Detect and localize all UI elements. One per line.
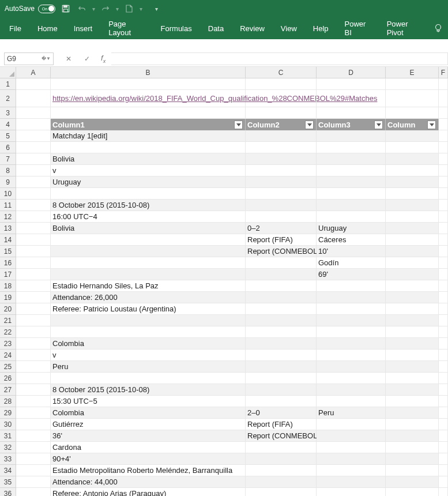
cell[interactable] <box>386 488 439 496</box>
cell[interactable] <box>439 78 448 90</box>
cell[interactable] <box>317 130 386 142</box>
cell[interactable] <box>51 257 246 269</box>
cell[interactable] <box>16 78 51 90</box>
cell[interactable] <box>51 78 246 90</box>
cell[interactable] <box>386 292 439 303</box>
row-header[interactable]: 9 <box>0 176 16 188</box>
row-header[interactable]: 31 <box>0 430 16 442</box>
cell[interactable] <box>439 488 448 496</box>
cell[interactable] <box>16 373 51 384</box>
cell[interactable] <box>246 280 317 292</box>
row-header[interactable]: 35 <box>0 476 16 488</box>
col-header-B[interactable]: B <box>51 67 246 78</box>
formula-input[interactable] <box>111 52 448 65</box>
cell[interactable] <box>439 326 448 338</box>
cell[interactable] <box>317 442 386 453</box>
tab-formulas[interactable]: Formulas <box>153 20 200 37</box>
row-header[interactable]: 23 <box>0 338 16 350</box>
cell[interactable]: Bolivia <box>51 223 246 234</box>
cell[interactable] <box>16 223 51 234</box>
row-header[interactable]: 7 <box>0 153 16 165</box>
cell[interactable]: Peru <box>51 361 246 373</box>
row-header[interactable]: 5 <box>0 130 16 142</box>
cell[interactable] <box>51 269 246 280</box>
cell[interactable] <box>317 350 386 361</box>
cell[interactable] <box>386 223 439 234</box>
cell[interactable] <box>317 153 386 165</box>
row-header[interactable]: 1 <box>0 78 16 90</box>
redo-icon[interactable] <box>100 3 111 14</box>
row-header[interactable]: 32 <box>0 442 16 453</box>
cell[interactable] <box>439 200 448 211</box>
cell[interactable] <box>16 211 51 223</box>
cell[interactable] <box>317 373 386 384</box>
tab-help[interactable]: Help <box>305 20 337 37</box>
cell[interactable]: Uruguay <box>51 176 246 188</box>
cell[interactable] <box>317 419 386 430</box>
cell[interactable] <box>16 476 51 488</box>
row-header[interactable]: 22 <box>0 326 16 338</box>
cell[interactable]: https://en.wikipedia.org/wiki/2018_FIFA_… <box>51 90 246 107</box>
name-box[interactable]: G9�▼ <box>4 52 54 65</box>
cell[interactable]: 10' <box>317 246 386 257</box>
tab-view[interactable]: View <box>273 20 305 37</box>
cell[interactable] <box>246 465 317 476</box>
cell[interactable] <box>439 338 448 350</box>
cell[interactable] <box>317 338 386 350</box>
row-header[interactable]: 8 <box>0 165 16 176</box>
table-header[interactable]: Column3 <box>317 119 386 130</box>
cell[interactable] <box>439 153 448 165</box>
cell[interactable] <box>439 465 448 476</box>
cell[interactable] <box>386 257 439 269</box>
cell[interactable] <box>439 107 448 119</box>
cell[interactable] <box>246 176 317 188</box>
row-header[interactable]: 14 <box>0 234 16 246</box>
cell[interactable]: Attendance: 44,000 <box>51 476 246 488</box>
cell[interactable] <box>386 465 439 476</box>
cell[interactable] <box>16 407 51 419</box>
cell[interactable]: v <box>51 165 246 176</box>
cell[interactable] <box>386 303 439 315</box>
col-header-A[interactable]: A <box>16 67 51 78</box>
cell[interactable] <box>246 488 317 496</box>
cell[interactable] <box>16 361 51 373</box>
row-header[interactable]: 20 <box>0 303 16 315</box>
cell[interactable] <box>439 234 448 246</box>
cell[interactable] <box>51 142 246 153</box>
cell[interactable] <box>16 315 51 326</box>
cell[interactable] <box>439 269 448 280</box>
row-header[interactable]: 17 <box>0 269 16 280</box>
cell[interactable]: Report (FIFA) <box>246 419 317 430</box>
fx-icon[interactable]: fx <box>101 54 106 64</box>
cell[interactable]: Report (FIFA) <box>246 234 317 246</box>
cell[interactable] <box>246 303 317 315</box>
save-icon[interactable] <box>60 3 71 14</box>
row-header[interactable]: 27 <box>0 384 16 396</box>
cell[interactable] <box>439 246 448 257</box>
cell[interactable]: Cáceres <box>317 234 386 246</box>
cell[interactable] <box>16 119 51 130</box>
cell[interactable] <box>386 338 439 350</box>
cell[interactable] <box>16 350 51 361</box>
cell[interactable] <box>439 361 448 373</box>
cell[interactable] <box>16 130 51 142</box>
col-header-F[interactable]: F <box>439 67 448 78</box>
cell[interactable] <box>317 476 386 488</box>
cell[interactable] <box>16 257 51 269</box>
cell[interactable] <box>439 419 448 430</box>
row-header[interactable]: 24 <box>0 350 16 361</box>
tab-data[interactable]: Data <box>200 20 232 37</box>
undo-dropdown-icon[interactable]: ▾ <box>92 6 95 12</box>
row-header[interactable]: 11 <box>0 200 16 211</box>
cell[interactable] <box>317 326 386 338</box>
filter-dropdown-icon[interactable] <box>427 121 436 129</box>
cell[interactable] <box>386 419 439 430</box>
cell[interactable] <box>439 453 448 465</box>
cell[interactable]: Estadio Hernando Siles, La Paz <box>51 280 246 292</box>
cell[interactable] <box>439 350 448 361</box>
cell[interactable] <box>317 176 386 188</box>
cell[interactable] <box>246 350 317 361</box>
cell[interactable] <box>246 165 317 176</box>
cell[interactable] <box>386 176 439 188</box>
cell[interactable]: Estadio Metropolitano Roberto Meléndez, … <box>51 465 246 476</box>
